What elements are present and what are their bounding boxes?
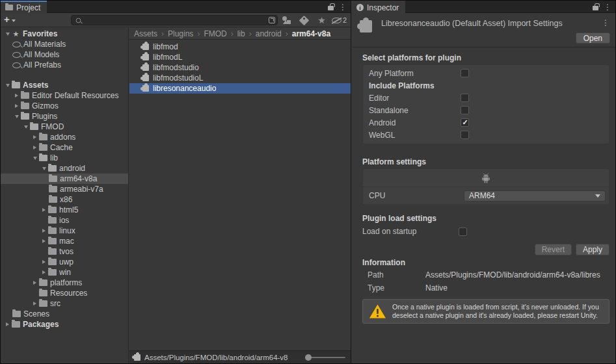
tab-inspector[interactable]: i Inspector [352, 1, 405, 13]
asset-item-libfmodstudio[interactable]: libfmodstudio [129, 62, 351, 73]
tree-item-plugins[interactable]: Plugins [1, 111, 128, 122]
folder-icon [12, 321, 20, 328]
android-checkbox[interactable] [461, 118, 469, 127]
tree-item-uwp[interactable]: uwp [1, 257, 128, 267]
chevron-right-icon[interactable] [31, 135, 39, 139]
tree-item-fmod[interactable]: FMOD [1, 122, 128, 132]
revert-button[interactable]: Revert [535, 244, 572, 255]
tab-project[interactable]: Project [1, 1, 47, 13]
plugin-icon [142, 54, 149, 60]
favorites-filter-button[interactable] [313, 14, 330, 27]
favorites-item-all-prefabs[interactable]: All Prefabs [1, 60, 128, 70]
chevron-down-icon[interactable] [40, 167, 48, 170]
cpu-label: CPU [369, 191, 464, 200]
chevron-down-icon [12, 20, 16, 22]
tree-item-addons[interactable]: addons [1, 132, 128, 142]
tree-item-src[interactable]: src [1, 298, 128, 309]
tree-item-scenes[interactable]: Scenes [1, 309, 128, 319]
chevron-right-icon[interactable] [12, 104, 21, 108]
breadcrumb-android[interactable]: android [245, 29, 282, 38]
android-icon[interactable] [480, 173, 492, 183]
cpu-dropdown[interactable]: ARM64 [464, 190, 606, 202]
asset-item-libresonanceaudio[interactable]: libresonanceaudio [129, 83, 351, 94]
tree-item-arm64-v8a[interactable]: arm64-v8a [1, 174, 128, 184]
tree-item-win[interactable]: win [1, 267, 128, 278]
favorites-item-all-models[interactable]: All Models [1, 49, 128, 60]
kebab-menu-icon[interactable] [602, 19, 609, 27]
path-row: Path Assets/Plugins/FMOD/lib/android/arm… [368, 270, 615, 280]
chevron-down-icon [595, 194, 600, 198]
tree-item-armeabi-v7a[interactable]: armeabi-v7a [1, 184, 128, 194]
tree-item-assets[interactable]: Assets [1, 80, 128, 90]
asset-item-libfmodl[interactable]: libfmodL [129, 52, 351, 62]
include-platforms-header: Include Platforms [363, 79, 609, 92]
kebab-menu-icon[interactable] [604, 3, 611, 11]
filter-by-label-button[interactable] [295, 14, 313, 27]
star-icon [12, 30, 20, 38]
chevron-down-icon[interactable] [3, 32, 12, 36]
chevron-down-icon[interactable] [31, 157, 39, 160]
tree-item-platforms[interactable]: platforms [1, 278, 128, 288]
any-platform-checkbox[interactable] [461, 69, 469, 77]
breadcrumb-fmod[interactable]: FMOD [193, 29, 226, 38]
asset-item-libfmod[interactable]: libfmod [129, 42, 351, 52]
tree-item-tvos[interactable]: tvos [1, 246, 128, 257]
tree-item-x86[interactable]: x86 [1, 194, 128, 205]
breadcrumb-lib[interactable]: lib [227, 29, 245, 38]
apply-button[interactable]: Apply [576, 244, 609, 255]
tree-item-ios[interactable]: ios [1, 215, 128, 226]
breadcrumb-plugins[interactable]: Plugins [157, 29, 193, 38]
unlock-icon[interactable] [328, 6, 334, 10]
chevron-right-icon[interactable] [31, 146, 39, 150]
tree-item-packages[interactable]: Packages [1, 319, 128, 330]
chevron-right-icon[interactable] [40, 239, 48, 243]
tree-item-resources[interactable]: Resources [1, 288, 128, 298]
plugin-icon [142, 44, 149, 50]
open-button[interactable]: Open [576, 32, 610, 44]
webgl-checkbox[interactable] [461, 131, 469, 139]
breadcrumb-assets[interactable]: Assets [134, 29, 157, 38]
filter-by-type-button[interactable] [278, 14, 295, 27]
standalone-checkbox[interactable] [461, 106, 469, 114]
chevron-right-icon[interactable] [40, 208, 48, 212]
editor-checkbox[interactable] [461, 94, 469, 102]
type-value: Native [425, 283, 615, 293]
favorites-item-all-materials[interactable]: All Materials [1, 39, 128, 49]
tree-item-gizmos[interactable]: Gizmos [1, 101, 128, 111]
tree-item-mac[interactable]: mac [1, 236, 128, 246]
chevron-right-icon[interactable] [31, 281, 39, 285]
chevron-down-icon[interactable] [3, 84, 12, 87]
tree-item-android[interactable]: android [1, 163, 128, 174]
tree-item-cache[interactable]: Cache [1, 142, 128, 153]
favorites-root[interactable]: Favorites [1, 29, 128, 39]
kebab-menu-icon[interactable] [339, 3, 347, 11]
chevron-right-icon[interactable] [31, 302, 39, 306]
chevron-down-icon[interactable] [21, 125, 30, 129]
tree-item-html5[interactable]: html5 [1, 205, 128, 215]
chevron-right-icon[interactable] [40, 270, 48, 274]
asset-item-libfmodstudiol[interactable]: libfmodstudioL [129, 73, 351, 83]
folder-icon [49, 196, 57, 203]
chevron-right-icon[interactable] [12, 94, 21, 98]
load-on-startup-checkbox[interactable] [459, 228, 467, 236]
tree-item-linux[interactable]: linux [1, 226, 128, 236]
plugin-icon [134, 354, 141, 361]
tree-item-editor-default-resources[interactable]: Editor Default Resources [1, 90, 128, 101]
open-search-window-icon[interactable] [269, 17, 275, 23]
unlock-icon[interactable] [593, 6, 598, 10]
project-folder-tree: Favorites All Materials All Models All P… [1, 28, 129, 363]
icon-size-slider[interactable] [305, 351, 345, 364]
search-input[interactable] [71, 15, 278, 25]
open-folder-icon [30, 124, 38, 130]
hidden-packages-button[interactable]: 2 [330, 14, 348, 27]
info-icon: i [356, 4, 364, 11]
folder-icon [21, 103, 29, 109]
chevron-right-icon[interactable] [3, 322, 12, 326]
slider-handle[interactable] [305, 354, 312, 361]
breadcrumb-arm64-v8a[interactable]: arm64-v8a [282, 29, 330, 38]
tree-item-lib[interactable]: lib [1, 153, 128, 163]
chevron-down-icon[interactable] [12, 115, 21, 118]
create-asset-button[interactable]: + [4, 14, 16, 25]
chevron-right-icon[interactable] [40, 260, 48, 264]
chevron-right-icon[interactable] [40, 229, 48, 233]
